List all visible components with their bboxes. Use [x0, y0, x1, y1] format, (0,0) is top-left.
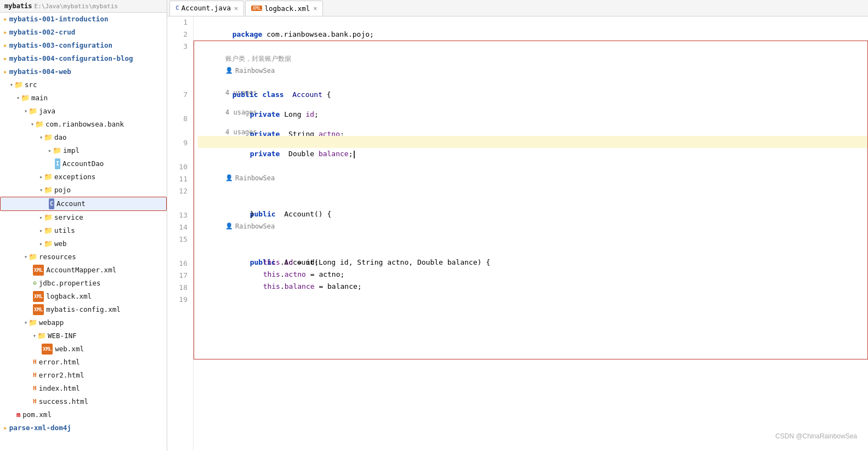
folder-icon: ▸ — [3, 40, 8, 51]
code-line-19: this.balance = balance; — [198, 269, 868, 281]
sidebar-item-service[interactable]: ▸ 📁 service — [0, 211, 167, 224]
sidebar-item-main[interactable]: ▾ 📁 main — [0, 92, 167, 105]
sidebar-item-label: mybatis-001-introduction — [9, 14, 109, 25]
sidebar-item-webapp[interactable]: ▾ 📁 webapp — [0, 316, 167, 329]
tab-close-button[interactable]: ✕ — [234, 4, 238, 12]
sidebar-item-errorhtml[interactable]: H error.html — [0, 356, 167, 369]
folder-icon: 📁 — [29, 106, 37, 117]
code-line-3 — [198, 41, 868, 53]
sidebar-item-utils[interactable]: ▸ 📁 utils — [0, 224, 167, 237]
arrow-icon: ▸ — [39, 212, 43, 223]
tab-label: Account.java — [181, 4, 231, 12]
sidebar-item-accountdao[interactable]: I AccountDao — [0, 157, 167, 170]
sidebar-item-java[interactable]: ▾ 📁 java — [0, 105, 167, 118]
code-line-15 — [198, 208, 868, 220]
sidebar-item-mybatis-004-blog[interactable]: ▸ mybatis-004-configuration-blog — [0, 52, 167, 65]
folder-icon: ▸ — [3, 66, 8, 77]
sidebar-item-label: logback.xml — [46, 291, 92, 302]
hint-author-16: RainbowSea — [198, 220, 868, 232]
project-path: E:\Java\mybatis\mybatis — [35, 3, 118, 10]
sidebar-item-mybatis-002[interactable]: ▸ mybatis-002-crud — [0, 26, 167, 39]
folder-icon: 📁 — [44, 132, 53, 143]
arrow-icon: ▾ — [10, 79, 13, 90]
sidebar-item-label: impl — [63, 145, 80, 156]
folder-icon: 📁 — [35, 119, 44, 130]
sidebar-item-label: resources — [39, 252, 76, 262]
sidebar-item-label: pom.xml — [22, 409, 52, 420]
code-editor[interactable]: 1 2 3 7 8 9 10 11 12 13 14 15 16 17 18 1… — [167, 16, 868, 451]
editor-area: C Account.java ✕ XML logback.xml ✕ 1 2 3… — [167, 0, 868, 451]
sidebar-item-package[interactable]: ▾ 📁 com.rianbowsea.bank — [0, 118, 167, 131]
sidebar-item-successhtml[interactable]: H success.html — [0, 395, 167, 408]
folder-icon: 📁 — [44, 238, 53, 249]
sidebar-item-label: Account — [56, 198, 86, 209]
html-icon: H — [33, 383, 37, 394]
xml-icon: XML — [33, 291, 44, 302]
sidebar-item-dao[interactable]: ▾ 📁 dao — [0, 131, 167, 144]
folder-icon: ▸ — [3, 14, 8, 25]
arrow-icon: ▸ — [39, 238, 43, 249]
code-content[interactable]: package com.rianbowsea.bank.pojo; 账户类，封装… — [194, 16, 868, 451]
sidebar-item-label: success.html — [39, 396, 88, 407]
code-line-7: public class Account { — [198, 77, 868, 89]
interface-icon: I — [55, 158, 60, 169]
sidebar-item-label: mybatis-002-crud — [9, 27, 75, 38]
sidebar-item-label: java — [39, 106, 55, 117]
folder-icon: 📁 — [44, 185, 53, 196]
code-line-10: private Double balance; — [198, 136, 868, 148]
tab-account-java[interactable]: C Account.java ✕ — [169, 1, 244, 16]
sidebar-item-src[interactable]: ▾ 📁 src — [0, 78, 167, 92]
folder-icon: 📁 — [44, 225, 53, 236]
sidebar-item-webxml[interactable]: XML web.xml — [0, 342, 167, 356]
sidebar-item-label: error.html — [39, 357, 80, 368]
sidebar-item-impl[interactable]: ▸ 📁 impl — [0, 144, 167, 157]
sidebar-item-resources[interactable]: ▾ 📁 resources — [0, 250, 167, 264]
sidebar-item-accountmapper[interactable]: XML AccountMapper.xml — [0, 264, 167, 277]
sidebar-item-label: jdbc.properties — [39, 278, 101, 289]
sidebar-header: mybatis E:\Java\mybatis\mybatis — [0, 0, 167, 13]
sidebar-item-jdbc[interactable]: ⚙ jdbc.properties — [0, 277, 167, 290]
sidebar-item-pomxml[interactable]: m pom.xml — [0, 408, 167, 421]
sidebar: mybatis E:\Java\mybatis\mybatis ▸ mybati… — [0, 0, 167, 451]
sidebar-item-label: web — [54, 238, 67, 249]
arrow-icon: ▾ — [31, 119, 34, 130]
sidebar-item-webinf[interactable]: ▾ 📁 WEB-INF — [0, 329, 167, 342]
arrow-icon: ▾ — [39, 185, 43, 196]
sidebar-item-logback[interactable]: XML logback.xml — [0, 290, 167, 303]
folder-icon: 📁 — [37, 330, 46, 341]
sidebar-item-label: mybatis-003-configuration — [9, 40, 112, 51]
html-icon: H — [33, 357, 37, 368]
comment-text: 账户类，封装账户数据 — [225, 53, 291, 65]
sidebar-item-mybatisconfig[interactable]: XML mybatis-config.xml — [0, 303, 167, 316]
tab-close-button[interactable]: ✕ — [313, 4, 317, 12]
tab-logback-xml[interactable]: XML logback.xml ✕ — [245, 1, 323, 16]
sidebar-item-label: web.xml — [55, 344, 84, 355]
project-name: mybatis — [4, 2, 32, 10]
folder-icon: ▸ — [3, 27, 8, 38]
sidebar-item-parse-xml[interactable]: ▸ parse-xml-dom4j — [0, 421, 167, 435]
xml-icon: XML — [33, 265, 44, 276]
sidebar-item-mybatis-003[interactable]: ▸ mybatis-003-configuration — [0, 39, 167, 52]
sidebar-item-label: parse-xml-dom4j — [9, 423, 71, 433]
code-line-9: private String actno; — [198, 116, 868, 128]
tree-root: ▸ mybatis-001-introduction ▸ mybatis-002… — [0, 13, 167, 435]
code-line-13: ▽ public Account() { — [198, 184, 868, 196]
class-icon: C — [49, 198, 54, 209]
code-line-17: this.id = id; — [198, 244, 868, 256]
sidebar-item-pojo[interactable]: ▾ 📁 pojo — [0, 184, 167, 197]
sidebar-item-account[interactable]: C Account — [0, 197, 167, 211]
line-numbers: 1 2 3 7 8 9 10 11 12 13 14 15 16 17 18 1… — [167, 16, 194, 451]
xml-icon: XML — [33, 304, 44, 315]
sidebar-item-error2html[interactable]: H error2.html — [0, 369, 167, 382]
sidebar-item-mybatis-004-web[interactable]: ▸ mybatis-004-web — [0, 65, 167, 78]
sidebar-item-mybatis-001[interactable]: ▸ mybatis-001-introduction — [0, 13, 167, 26]
sidebar-item-label: error2.html — [39, 370, 84, 381]
html-icon: H — [33, 370, 37, 381]
code-line-16: ▽ public Account(Long id, String actno, … — [198, 232, 868, 244]
sidebar-item-indexhtml[interactable]: H index.html — [0, 382, 167, 395]
sidebar-item-label: exceptions — [54, 172, 95, 182]
sidebar-item-web[interactable]: ▸ 📁 web — [0, 237, 167, 250]
sidebar-item-label: AccountDao — [63, 158, 104, 169]
sidebar-item-exceptions[interactable]: ▸ 📁 exceptions — [0, 170, 167, 184]
sidebar-item-label: com.rianbowsea.bank — [46, 119, 124, 130]
